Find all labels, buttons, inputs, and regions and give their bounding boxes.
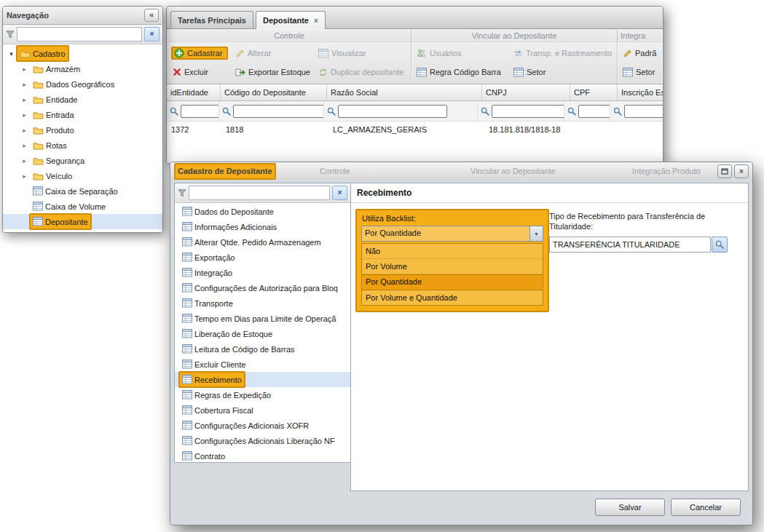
filter-input-inscricao[interactable] — [624, 105, 663, 118]
section-filter-input[interactable] — [189, 186, 330, 200]
tree-item-produto[interactable]: ▸ Produto — [3, 122, 162, 138]
dropdown-option-nao[interactable]: Não — [362, 244, 543, 259]
cell-razao-social: LC_ARMAZENS_GERAIS — [328, 122, 484, 138]
section-item-contrato[interactable]: Contrato — [175, 448, 350, 462]
caret-collapsed-icon[interactable]: ▸ — [20, 96, 29, 103]
regra-codigo-barra-button[interactable]: Regra Código Barra — [415, 67, 506, 78]
search-icon — [170, 107, 178, 116]
section-item-config-adicionais-xofr[interactable]: Configurações Adicionais XOFR — [175, 418, 350, 433]
filter-input-codigo[interactable] — [233, 105, 324, 118]
section-item-tempo-dias-limite[interactable]: Tempo em Dias para Limite de Operaçã — [175, 311, 350, 326]
tree-item-cadastro[interactable]: ▾ Cadastro — [3, 46, 162, 61]
filter-input-cnpj[interactable] — [492, 105, 564, 118]
tipo-recebimento-input[interactable] — [549, 237, 711, 253]
alterar-button[interactable]: Alterar — [234, 48, 311, 59]
column-header-inscricao[interactable]: Inscrição Estadual — [618, 84, 663, 100]
caret-collapsed-icon[interactable]: ▸ — [20, 127, 29, 134]
filter-input-cpf[interactable] — [578, 105, 610, 118]
button-label: Excluir — [184, 68, 208, 76]
section-item-transporte[interactable]: Transporte — [175, 295, 350, 311]
section-item-dados-do-depositante[interactable]: Dados do Depositante — [175, 204, 350, 219]
tab-tarefas-principais[interactable]: Tarefas Principais — [170, 11, 253, 28]
section-item-config-adicionais-liberacao-nf[interactable]: Configurações Adicionais Liberação NF — [175, 433, 350, 448]
tree-item-rotas[interactable]: ▸ Rotas — [3, 138, 162, 153]
ghost-toolbar-label: Vincular ao Depositante — [470, 162, 556, 180]
section-item-alterar-qtde-pedido[interactable]: Alterar Qtde. Pedido Armazenagem — [175, 234, 350, 250]
section-item-integracao[interactable]: Integração — [175, 265, 350, 280]
table-row[interactable]: 1372 1818 LC_ARMAZENS_GERAIS 18.181.818/… — [167, 122, 663, 138]
caret-collapsed-icon[interactable]: ▸ — [20, 111, 29, 119]
caret-collapsed-icon[interactable]: ▸ — [20, 65, 29, 73]
caret-collapsed-icon[interactable]: ▸ — [20, 157, 29, 164]
collapse-panel-icon[interactable]: « — [144, 9, 159, 22]
tree-item-armazem[interactable]: ▸ Armazém — [3, 61, 162, 76]
tree-item-entrada[interactable]: ▸ Entrada — [3, 107, 162, 122]
grid-list-icon — [623, 68, 633, 77]
window-buttons: × — [717, 164, 749, 178]
excluir-button[interactable]: Excluir — [171, 67, 228, 77]
dropdown-option-por-volume[interactable]: Por Volume — [362, 259, 543, 274]
setor-integracao-button[interactable]: Setor — [621, 67, 662, 78]
save-button[interactable]: Salvar — [595, 499, 665, 516]
caret-collapsed-icon[interactable]: ▸ — [20, 142, 29, 149]
cancel-button[interactable]: Cancelar — [671, 499, 741, 516]
caret-expanded-icon[interactable]: ▾ — [7, 50, 16, 57]
caret-collapsed-icon[interactable]: ▸ — [20, 172, 29, 180]
section-item-regras-de-expedicao[interactable]: Regras de Expedição — [175, 387, 350, 402]
duplicar-depositante-button[interactable]: Duplicar depositante — [317, 67, 411, 78]
navigation-titlebar[interactable]: Navegação « — [3, 7, 162, 25]
setor-button[interactable]: Setor — [512, 67, 618, 78]
dropdown-option-por-quantidade[interactable]: Por Quantidade — [362, 274, 543, 290]
tab-depositante[interactable]: Depositante × — [256, 11, 326, 29]
cadastrar-button[interactable]: Cadastrar — [171, 47, 228, 60]
tree-item-veiculo[interactable]: ▸ Veículo — [3, 168, 162, 183]
column-header-cnpj[interactable]: CNPJ — [482, 84, 570, 100]
usuarios-button[interactable]: Usuários — [415, 48, 506, 58]
tree-item-caixa-separacao[interactable]: Caixa de Separação — [3, 183, 162, 199]
dialog-titlebar[interactable]: Cadastro de Depositante Controle Vincula… — [170, 162, 752, 180]
button-label: Duplicar depositante — [331, 68, 403, 76]
transp-rastreamento-button[interactable]: Transp. e Rastreamento — [512, 48, 618, 58]
section-item-recebimento[interactable]: Recebimento — [175, 372, 350, 387]
button-label: Setor — [636, 68, 655, 76]
section-item-leitura-codigo-barras[interactable]: Leitura de Código de Barras — [175, 341, 350, 357]
lookup-search-button[interactable] — [712, 237, 728, 253]
section-item-excluir-cliente[interactable]: Excluir Cliente — [175, 357, 350, 372]
chevron-down-icon[interactable]: ▼ — [529, 226, 543, 241]
section-item-exportacao[interactable]: Exportação — [175, 250, 350, 265]
group-title-vincular: Vincular ao Depositante — [411, 30, 617, 42]
exportar-estoque-button[interactable]: Exportar Estoque — [234, 67, 311, 78]
window-maximize-icon[interactable] — [717, 164, 732, 178]
padrao-button[interactable]: Padrã — [621, 48, 662, 59]
column-header-codigo[interactable]: Código do Depositante — [221, 84, 327, 100]
visualizar-button[interactable]: Visualizar — [317, 48, 411, 59]
clear-filter-icon[interactable]: × — [332, 186, 347, 200]
tree-item-dados-geograficos[interactable]: ▸ Dados Geográficos — [3, 76, 162, 92]
depositante-window: Tarefas Principais Depositante × Control… — [166, 6, 663, 164]
group-title-integracao: Integra — [618, 30, 662, 42]
nav-filter-input[interactable] — [17, 27, 142, 41]
column-header-identidade[interactable]: idEntidade — [167, 84, 221, 100]
dropdown-option-por-volume-e-quantidade[interactable]: Por Volume e Quantidade — [362, 290, 543, 305]
section-item-config-autorizacao-bloqueio[interactable]: Configurações de Autorização para Bloq — [175, 280, 350, 295]
section-item-cobertura-fiscal[interactable]: Cobertura Fiscal — [175, 402, 350, 418]
backlist-combobox[interactable]: Por Quantidade ▼ — [361, 226, 543, 242]
filter-input-identidade[interactable] — [181, 105, 219, 118]
tree-item-caixa-volume[interactable]: Caixa de Volume — [3, 199, 162, 214]
filter-input-razao-social[interactable] — [338, 105, 447, 118]
column-header-cpf[interactable]: CPF — [570, 84, 618, 100]
clear-filter-icon[interactable]: × — [144, 27, 160, 41]
ghost-toolbar-label: Controle — [320, 162, 350, 180]
tree-item-entidade[interactable]: ▸ Entidade — [3, 92, 162, 107]
tree-item-seguranca[interactable]: ▸ Segurança — [3, 153, 162, 168]
section-item-liberacao-de-estoque[interactable]: Liberação de Estoque — [175, 326, 350, 341]
tree-item-depositante[interactable]: Depositante — [3, 214, 162, 229]
section-item-informacoes-adicionais[interactable]: Informações Adicionais — [175, 219, 350, 234]
caret-collapsed-icon[interactable]: ▸ — [20, 81, 29, 88]
filter-cell — [219, 101, 324, 121]
toolbar-group-vincular: Vincular ao Depositante Usuários Regra C… — [411, 30, 618, 83]
window-close-icon[interactable]: × — [734, 164, 749, 178]
tree-item-label: Depositante — [45, 218, 88, 226]
tab-close-icon[interactable]: × — [314, 17, 318, 25]
column-header-razao-social[interactable]: Razão Social — [327, 84, 482, 100]
